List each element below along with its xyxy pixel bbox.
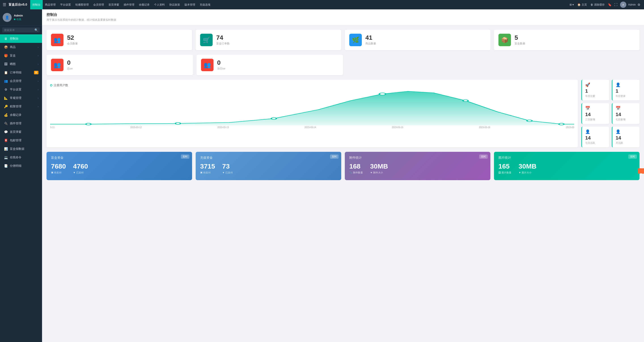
stat-number-total-uv: 0 bbox=[67, 60, 73, 66]
svg-point-4 bbox=[463, 100, 468, 102]
general-icon: 📐 bbox=[4, 96, 8, 100]
sidebar-item-dashboard[interactable]: 🖥 控制台 bbox=[0, 34, 42, 43]
svg-point-3 bbox=[379, 93, 386, 95]
sidebar: 👤 Admin 在线 🔍 🖥 控制台 📦 商品 bbox=[0, 9, 42, 342]
bc-num-3a: 168 bbox=[349, 163, 363, 170]
nav-item-dashboard[interactable]: 控制台 bbox=[30, 0, 43, 9]
svg-point-6 bbox=[559, 123, 564, 125]
search-box[interactable]: 🔍 bbox=[2, 27, 40, 33]
user-avatar-top[interactable]: A bbox=[620, 1, 626, 8]
stat-icon-blindboxes: 📦 bbox=[498, 34, 511, 46]
mail-icon: 📮 bbox=[4, 139, 8, 142]
sidebar-status: 在线 bbox=[14, 18, 23, 21]
chart-x-labels: 3-11 2023-03-12 2023-03-13 2023-03-14 20… bbox=[50, 126, 574, 129]
sidebar-item-permissions[interactable]: 🔑 权限管理 › bbox=[0, 102, 42, 111]
nav-item-members[interactable]: 会员管理 bbox=[91, 0, 106, 9]
mini-stat-number-5: 14 bbox=[585, 135, 606, 141]
sidebar-item-label: 盲盒假数据 bbox=[10, 147, 38, 151]
app-title: 盲盒后台v5.0 bbox=[8, 3, 27, 7]
nav-item-version[interactable]: 版本管理 bbox=[182, 0, 198, 9]
nav-item-popup[interactable]: 首页弹窗 bbox=[106, 0, 122, 9]
stat-card-orders: 🛒 74 盲盒订单数 bbox=[196, 30, 341, 50]
products-icon: 📦 bbox=[4, 45, 8, 49]
bc-sub-2a: ▣ 待支付 bbox=[200, 171, 215, 174]
sidebar-item-fakedata[interactable]: 📊 盲盒假数据 bbox=[0, 145, 42, 153]
top-nav-items: 控制台 商品管理 平台设置 轮播图管理 会员管理 首页弹窗 插件管理 余额记录 … bbox=[30, 0, 213, 9]
top-nav: ☰ 盲盒后台v5.0 控制台 商品管理 平台设置 轮播图管理 会员管理 首页弹窗… bbox=[0, 0, 644, 9]
nav-item-products[interactable]: 商品管理 bbox=[43, 0, 58, 9]
bc-num-2b: 73 bbox=[222, 163, 233, 170]
home-button[interactable]: 🏠 主页 bbox=[576, 3, 588, 7]
sidebar-item-label: 常规管理 bbox=[10, 96, 38, 100]
bottom-card-title-3: 附件统计 bbox=[349, 156, 486, 160]
nav-item-plugins[interactable]: 插件管理 bbox=[122, 0, 137, 9]
sidebar-item-mail[interactable]: 📮 包邮管理 bbox=[0, 136, 42, 145]
stat-icon-goods: 🌿 bbox=[349, 34, 362, 46]
stat-number-orders: 74 bbox=[216, 35, 230, 41]
homepage-icon: 💬 bbox=[4, 130, 8, 134]
mini-stat-monthly-active: 👤 14 月活跃 bbox=[612, 127, 640, 147]
settings-icon[interactable]: ⚙ bbox=[636, 3, 641, 6]
mini-stat-7day-active: 👤 14 七日活跃 bbox=[582, 127, 609, 147]
grid-button[interactable]: ⊞ ▾ bbox=[568, 3, 575, 6]
sidebar-item-online[interactable]: 💻 在线命令 bbox=[0, 153, 42, 162]
sidebar-item-commission[interactable]: 📑 分佣明细 bbox=[0, 162, 42, 170]
mini-stat-3day: 📅 14 三日新增 bbox=[582, 103, 609, 124]
bottom-card-blindbox-fund: 实时 盲盒资金 7680 ▣ 待支付 4760 ▼ 已支付 bbox=[46, 152, 192, 180]
chart-svg-wrap bbox=[50, 90, 574, 125]
nav-item-profile[interactable]: 个人资料 bbox=[152, 0, 167, 9]
sidebar-item-photos[interactable]: 🖼 晒图 › bbox=[0, 60, 42, 68]
nav-item-platform[interactable]: 平台设置 bbox=[58, 0, 73, 9]
sidebar-item-blindbox[interactable]: 🎁 盲盒 › bbox=[0, 51, 42, 60]
platform-icon: ⚙ bbox=[4, 88, 8, 91]
menu-toggle-icon[interactable]: ☰ bbox=[3, 2, 6, 7]
bc-sub-4a: 🖼 图片数量 bbox=[498, 171, 512, 174]
sidebar-item-homepage[interactable]: 💬 首页弹窗 bbox=[0, 128, 42, 136]
user-area: 👤 Admin 在线 bbox=[0, 9, 42, 26]
fullscreen-icon[interactable]: ⛶ bbox=[613, 3, 618, 6]
sidebar-item-platform[interactable]: ⚙ 平台设置 › bbox=[0, 85, 42, 94]
stat-number-blindboxes: 5 bbox=[514, 35, 525, 41]
stat-card-daily-uv: 👥 0 当日uv bbox=[196, 55, 343, 75]
mini-stat-number-3: 14 bbox=[585, 112, 606, 117]
stat-label-daily-uv: 当日uv bbox=[217, 67, 226, 71]
sidebar-item-label: 权限管理 bbox=[10, 105, 38, 109]
commission-icon: 📑 bbox=[4, 164, 8, 168]
photos-icon: 🖼 bbox=[4, 62, 8, 66]
sidebar-item-label: 分佣明细 bbox=[10, 164, 38, 168]
nav-item-banner[interactable]: 轮播图管理 bbox=[73, 0, 91, 9]
sidebar-item-label: 晒图 bbox=[10, 62, 38, 66]
bc-num-4b: 30MB bbox=[518, 163, 536, 170]
nav-item-recharge[interactable]: 充值选项 bbox=[198, 0, 213, 9]
clear-cache-button[interactable]: 🗑 清除缓存 bbox=[589, 3, 606, 7]
sidebar-item-members[interactable]: 👥 会员管理 › bbox=[0, 77, 42, 85]
right-floating-tab[interactable]: 挂件 bbox=[638, 168, 644, 174]
sidebar-item-products[interactable]: 📦 商品 › bbox=[0, 43, 42, 51]
search-icon[interactable]: 🔍 bbox=[34, 28, 38, 32]
nav-item-policy[interactable]: 协议政策 bbox=[167, 0, 182, 9]
bottom-card-title-1: 盲盒资金 bbox=[51, 156, 188, 160]
stat-card-blindboxes: 📦 5 盲盒数量 bbox=[494, 30, 640, 50]
calendar-icon-2: 📅 bbox=[616, 106, 636, 111]
online-icon: 💻 bbox=[4, 156, 8, 159]
sidebar-item-plugins[interactable]: 🔌 插件管理 bbox=[0, 119, 42, 128]
bc-sub-1b: ▼ 已支付 bbox=[73, 171, 88, 174]
chevron-right-icon: › bbox=[38, 54, 38, 57]
stat-icon-members: 👥 bbox=[51, 34, 64, 46]
mini-stat-label-1: 今日注册 bbox=[585, 94, 606, 98]
nav-item-balance[interactable]: 余额记录 bbox=[137, 0, 152, 9]
person-icon: 👤 bbox=[616, 82, 636, 87]
right-actions: ⊞ ▾ 🏠 主页 🗑 清除缓存 🔖 ⛶ A Admin ⚙ bbox=[568, 1, 641, 8]
sidebar-item-label: 余额记录 bbox=[10, 113, 38, 117]
content-area: 控制台 用于展示当前系统中的统计数据、统计报表及重要实时数据 👥 52 会员数量… bbox=[42, 9, 644, 342]
search-input[interactable] bbox=[4, 28, 33, 32]
sidebar-item-general[interactable]: 📐 常规管理 › bbox=[0, 94, 42, 102]
sidebar-item-orders[interactable]: 📋 订单明细 新 bbox=[0, 68, 42, 77]
bottom-cards: 实时 盲盒资金 7680 ▣ 待支付 4760 ▼ 已支付 bbox=[46, 152, 640, 180]
svg-point-1 bbox=[175, 123, 180, 124]
sidebar-item-label: 会员管理 bbox=[10, 79, 38, 83]
sidebar-item-balance[interactable]: 💰 余额记录 bbox=[0, 111, 42, 119]
bookmark-icon[interactable]: 🔖 bbox=[607, 3, 612, 6]
page-title: 控制台 bbox=[46, 12, 640, 17]
stat-number-daily-uv: 0 bbox=[217, 60, 226, 66]
